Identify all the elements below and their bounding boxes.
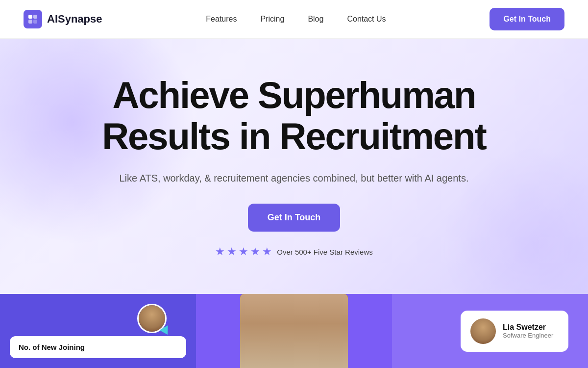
profile-info: Lia Swetzer Sofware Engineer (503, 323, 553, 339)
nav-blog[interactable]: Blog (308, 15, 323, 24)
reviews-text: Over 500+ Five Star Reviews (277, 248, 373, 256)
card-joining: No. of New Joining (0, 294, 196, 368)
hero-section: Achieve Superhuman Results in Recruitmen… (0, 39, 588, 294)
logo-text: AISynapse (47, 13, 102, 26)
svg-rect-1 (33, 15, 37, 19)
cards-section: No. of New Joining Lia Swetzer Sofware E… (0, 294, 588, 368)
joining-title: No. of New Joining (19, 343, 177, 351)
joining-box: No. of New Joining (10, 336, 186, 358)
svg-rect-3 (33, 20, 37, 24)
profile-name: Lia Swetzer (503, 323, 553, 332)
hero-reviews: ★ ★ ★ ★ ★ Over 500+ Five Star Reviews (102, 245, 486, 258)
hero-cta-button[interactable]: Get In Touch (248, 204, 341, 232)
nav-contact[interactable]: Contact Us (347, 15, 386, 24)
star-icons: ★ ★ ★ ★ ★ (215, 245, 272, 258)
profile-card-box: Lia Swetzer Sofware Engineer (461, 311, 568, 352)
svg-rect-2 (28, 20, 32, 24)
card-person (196, 294, 392, 368)
profile-role: Sofware Engineer (503, 332, 553, 339)
logo-icon (24, 10, 42, 28)
nav-links: Features Pricing Blog Contact Us (206, 15, 386, 24)
star-1: ★ (215, 245, 225, 258)
nav-cta-button[interactable]: Get In Touch (490, 8, 564, 30)
profile-avatar (470, 318, 496, 344)
nav-features[interactable]: Features (206, 15, 237, 24)
navbar: AISynapse Features Pricing Blog Contact … (0, 0, 588, 39)
hero-title: Achieve Superhuman Results in Recruitmen… (102, 75, 486, 157)
hero-subtitle: Like ATS, workday, & recruitement agenci… (102, 170, 486, 186)
star-2: ★ (227, 245, 237, 258)
star-3: ★ (239, 245, 248, 258)
nav-pricing[interactable]: Pricing (260, 15, 284, 24)
logo-link[interactable]: AISynapse (24, 10, 102, 28)
star-4: ★ (250, 245, 260, 258)
card-profile: Lia Swetzer Sofware Engineer (392, 294, 588, 368)
star-5: ★ (262, 245, 272, 258)
svg-rect-0 (28, 15, 32, 19)
hero-content: Achieve Superhuman Results in Recruitmen… (102, 75, 486, 258)
person-face (240, 294, 348, 368)
person-photo (240, 294, 348, 368)
